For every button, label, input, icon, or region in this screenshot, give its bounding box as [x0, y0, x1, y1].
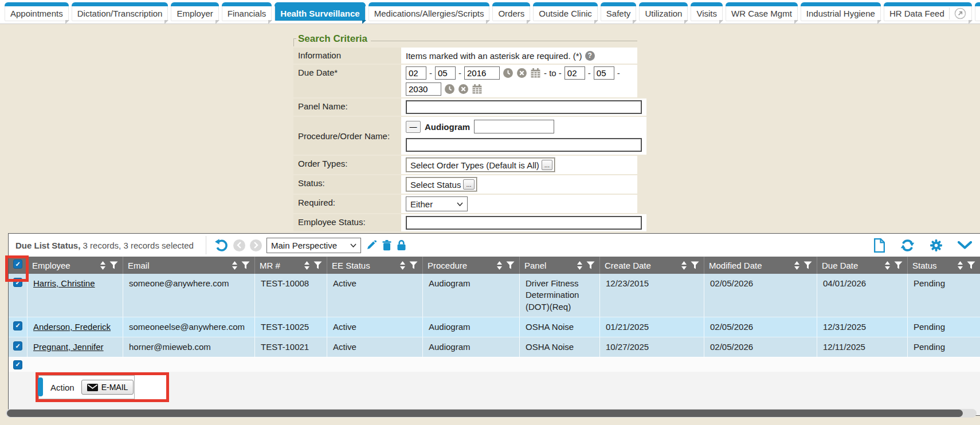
module-tab[interactable]: Dictation/Transcription	[72, 2, 168, 21]
filter-funnel-icon[interactable]	[691, 261, 699, 269]
procedure-qualifier-input[interactable]	[474, 120, 554, 133]
next-page-icon[interactable]	[250, 239, 262, 251]
due-to-year-input[interactable]	[406, 82, 441, 96]
fieldset-rule	[371, 41, 637, 41]
column-header[interactable]: Create Date	[600, 257, 704, 274]
row-checkbox[interactable]: ✓	[13, 321, 22, 330]
delete-perspective-icon[interactable]	[382, 239, 392, 251]
filter-funnel-icon[interactable]	[313, 261, 322, 269]
perspective-select[interactable]: Main Perspective	[266, 238, 361, 253]
procedure-cell: Audiogram	[423, 274, 520, 317]
module-tab[interactable]: Employer	[171, 2, 218, 21]
help-icon[interactable]: ?	[585, 51, 595, 61]
information-text: Items marked with an asterisk are requir…	[406, 51, 582, 61]
sort-icon[interactable]	[100, 261, 106, 270]
order-types-picker[interactable]: Select Order Types (Default is All) ...	[406, 158, 555, 172]
column-header-label: Panel	[524, 261, 573, 270]
filter-funnel-icon[interactable]	[967, 261, 975, 269]
module-tab[interactable]: Quality of	[975, 2, 980, 21]
employee-status-input[interactable]	[406, 216, 642, 230]
remove-procedure-button[interactable]: —	[406, 121, 421, 133]
time-icon[interactable]	[503, 68, 513, 78]
to-separator: - to -	[544, 68, 562, 78]
required-select[interactable]: Either	[406, 196, 468, 211]
module-tab[interactable]: Financials	[222, 2, 272, 21]
column-header[interactable]: EE Status	[327, 257, 423, 274]
undo-icon[interactable]	[214, 238, 229, 253]
lock-perspective-icon[interactable]	[397, 239, 406, 251]
column-header[interactable]: Panel	[520, 257, 600, 274]
module-tab[interactable]: Industrial Hygiene	[801, 2, 881, 21]
footer-select-all-checkbox[interactable]: ✓	[13, 360, 22, 369]
sort-icon[interactable]	[794, 261, 800, 270]
status-picker[interactable]: Select Status ...	[406, 177, 477, 192]
column-header[interactable]: MR #	[255, 257, 327, 274]
module-tab-bar: Appointments Dictation/Transcription Emp…	[0, 0, 980, 24]
edit-perspective-icon[interactable]	[366, 239, 377, 251]
sort-icon[interactable]	[496, 261, 503, 270]
filter-funnel-icon[interactable]	[506, 261, 515, 269]
procedure-search-input[interactable]	[406, 138, 642, 152]
panel-name-input[interactable]	[406, 100, 642, 114]
sort-icon[interactable]	[304, 261, 310, 270]
sort-icon[interactable]	[577, 261, 583, 270]
due-to-day-input[interactable]	[594, 66, 614, 80]
filter-funnel-icon[interactable]	[241, 261, 250, 269]
module-tab[interactable]: Medications/Allergies/Scripts	[369, 2, 490, 21]
row-checkbox[interactable]: ✓	[13, 341, 22, 351]
column-header[interactable]: Procedure	[423, 257, 520, 274]
module-tab[interactable]: Utilization	[639, 2, 688, 21]
order-types-browse-button[interactable]: ...	[542, 160, 552, 170]
filter-funnel-icon[interactable]	[586, 261, 595, 269]
sort-icon[interactable]	[232, 261, 238, 270]
due-from-month-input[interactable]	[406, 66, 426, 80]
filter-funnel-icon[interactable]	[894, 261, 903, 269]
time-icon[interactable]	[444, 84, 455, 95]
column-header-label: Email	[128, 261, 228, 270]
email-button[interactable]: E-MAIL	[81, 380, 134, 395]
column-header[interactable]: Status	[908, 257, 980, 274]
column-header[interactable]: Email	[123, 257, 255, 274]
clear-date-icon[interactable]	[458, 84, 469, 95]
filter-funnel-icon[interactable]	[109, 261, 118, 269]
status-cell: Pending	[908, 274, 980, 317]
due-from-day-input[interactable]	[435, 66, 456, 80]
sort-icon[interactable]	[681, 261, 687, 270]
employee-link[interactable]: Pregnant, Jennifer	[33, 342, 104, 352]
due-to-month-input[interactable]	[565, 66, 585, 80]
module-tab[interactable]: Orders	[492, 2, 530, 21]
email-cell: horner@mieweb.com	[123, 337, 255, 357]
column-header[interactable]: Modified Date	[704, 257, 817, 274]
sort-icon[interactable]	[884, 261, 891, 270]
module-tab[interactable]: Appointments	[5, 2, 69, 21]
filter-funnel-icon[interactable]	[409, 261, 418, 269]
clear-date-icon[interactable]	[516, 68, 527, 78]
calendar-icon[interactable]	[530, 68, 541, 78]
previous-page-icon[interactable]	[233, 239, 245, 251]
scrollbar-thumb[interactable]	[7, 410, 963, 417]
column-header[interactable]: Employee	[28, 257, 123, 274]
module-tab[interactable]: HR Data Feed	[884, 2, 972, 21]
new-document-icon[interactable]	[873, 238, 885, 253]
module-tab[interactable]: Health Surveillance	[275, 2, 365, 21]
calendar-icon[interactable]	[472, 84, 483, 95]
horizontal-scrollbar[interactable]	[6, 409, 977, 418]
module-tab[interactable]: Safety	[601, 2, 637, 21]
employee-link[interactable]: Anderson, Frederick	[33, 322, 111, 332]
collapse-chevron-icon[interactable]	[958, 241, 972, 250]
refresh-icon[interactable]	[900, 238, 915, 253]
procedure-label: Procedure/Order Name:	[293, 117, 401, 155]
status-browse-button[interactable]: ...	[463, 179, 474, 190]
due-from-year-input[interactable]	[464, 66, 500, 80]
sort-icon[interactable]	[957, 261, 963, 270]
module-tab[interactable]: Outside Clinic	[533, 2, 598, 21]
employee-link[interactable]: Harris, Christine	[33, 278, 95, 288]
procedure-row: Procedure/Order Name: — Audiogram	[293, 117, 637, 155]
filter-funnel-icon[interactable]	[803, 261, 812, 269]
sort-icon[interactable]	[399, 261, 406, 270]
column-header[interactable]: Due Date	[817, 257, 908, 274]
employee-status-row: Employee Status:	[293, 214, 637, 231]
module-tab[interactable]: WR Case Mgmt	[726, 2, 798, 21]
module-tab[interactable]: Visits	[691, 2, 723, 21]
gear-icon[interactable]	[930, 239, 943, 252]
